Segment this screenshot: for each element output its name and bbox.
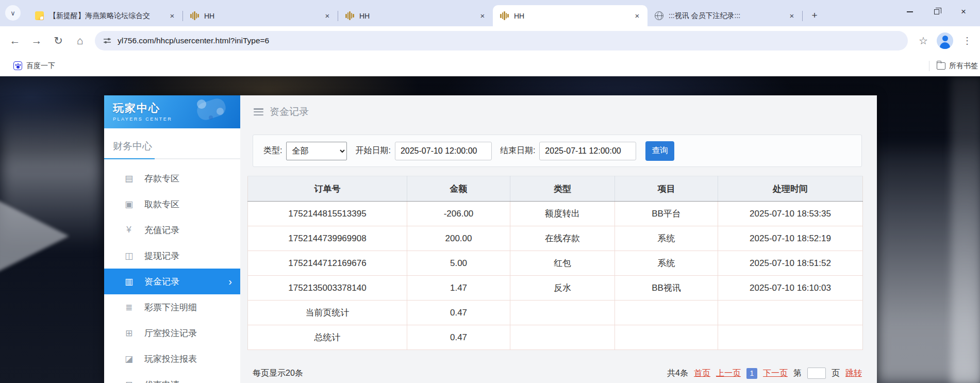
pagination-bar: 每页显示20条 共4条 首页 上一页 1 下一页 第 页 跳转 bbox=[253, 368, 862, 379]
baidu-icon bbox=[13, 61, 22, 70]
money-bag-icon: ¥ bbox=[123, 225, 135, 235]
back-button[interactable]: ← bbox=[4, 30, 26, 52]
url-text[interactable]: yl756.com/hhcp/usercenter.html?iniType=6 bbox=[118, 36, 269, 45]
close-icon[interactable]: × bbox=[167, 11, 177, 21]
sidebar-subtitle: PLAYERS CENTER bbox=[113, 116, 240, 122]
folder-icon bbox=[937, 62, 945, 70]
background-streak bbox=[951, 76, 980, 383]
tab-title: HH bbox=[514, 12, 629, 20]
sidebar-item-withdrawal-records[interactable]: ◫ 提现记录 bbox=[104, 243, 240, 269]
restore-icon bbox=[934, 9, 939, 14]
column-header-type: 类型 bbox=[510, 176, 615, 202]
prev-page-link[interactable]: 上一页 bbox=[716, 368, 741, 379]
window-restore-button[interactable] bbox=[923, 0, 950, 24]
next-page-link[interactable]: 下一页 bbox=[763, 368, 788, 379]
jump-prefix-label: 第 bbox=[793, 368, 802, 379]
sidebar-item-fund-records[interactable]: ▥ 资金记录 › bbox=[104, 269, 240, 294]
amount-cell: 0.47 bbox=[407, 301, 510, 325]
table-row: 1752144712169676 5.00 红包 系统 2025-07-10 1… bbox=[248, 251, 863, 276]
label-cell: 总统计 bbox=[248, 325, 407, 350]
fund-records-table: 订单号 金额 类型 项目 处理时间 1752144815513395 -206.… bbox=[247, 176, 863, 350]
tab-forum[interactable]: 【新提醒】海燕策略论坛综合交 × bbox=[28, 5, 182, 26]
amount-cell: 0.47 bbox=[407, 325, 510, 350]
window-minimize-button[interactable] bbox=[896, 0, 923, 24]
reload-button[interactable]: ↻ bbox=[47, 30, 69, 52]
tab-hh-2[interactable]: HH × bbox=[338, 5, 493, 26]
end-date-input[interactable] bbox=[539, 142, 636, 160]
jump-link[interactable]: 跳转 bbox=[845, 368, 862, 379]
sidebar-item-deposit-zone[interactable]: ▤ 存款专区 bbox=[104, 165, 240, 191]
close-icon[interactable]: × bbox=[787, 11, 797, 21]
column-header-time: 处理时间 bbox=[718, 176, 863, 202]
item-cell: 系统 bbox=[615, 226, 718, 251]
report-chart-icon: ◪ bbox=[123, 354, 135, 364]
browser-toolbar: ← → ↻ ⌂ yl756.com/hhcp/usercenter.html?i… bbox=[0, 26, 980, 55]
end-date-label: 结束日期: bbox=[500, 145, 535, 156]
site-settings-icon[interactable] bbox=[103, 37, 111, 45]
address-bar[interactable]: yl756.com/hhcp/usercenter.html?iniType=6 bbox=[95, 31, 908, 51]
content-header: 资金记录 bbox=[240, 95, 877, 128]
sidebar-title: 玩家中心 bbox=[113, 101, 240, 115]
gold-wave-icon bbox=[345, 11, 354, 20]
forward-button[interactable]: → bbox=[26, 30, 47, 52]
column-header-item: 项目 bbox=[615, 176, 718, 202]
item-cell: BB平台 bbox=[615, 202, 718, 226]
sidebar-item-player-bet-report[interactable]: ◪ 玩家投注报表 bbox=[104, 346, 240, 372]
tab-hh-active[interactable]: HH × bbox=[493, 5, 647, 26]
close-icon[interactable]: × bbox=[632, 11, 642, 21]
time-cell: 2025-07-10 18:51:52 bbox=[718, 251, 863, 276]
home-button[interactable]: ⌂ bbox=[69, 30, 91, 52]
search-button[interactable]: 查询 bbox=[645, 141, 674, 161]
time-cell: 2025-07-10 18:52:19 bbox=[718, 226, 863, 251]
tab-title: :::视讯 会员下注纪录::: bbox=[669, 11, 784, 21]
bookmark-star-icon[interactable]: ☆ bbox=[913, 30, 934, 51]
profile-avatar[interactable] bbox=[937, 32, 953, 49]
funds-icon: ▥ bbox=[123, 276, 135, 287]
new-tab-button[interactable]: + bbox=[807, 8, 822, 23]
table-row: 1752135003378140 1.47 反水 BB视讯 2025-07-10… bbox=[248, 276, 863, 301]
close-icon[interactable]: × bbox=[477, 11, 488, 21]
time-cell: 2025-07-10 16:10:03 bbox=[718, 276, 863, 301]
bookmark-baidu[interactable]: 百度一下 bbox=[13, 61, 55, 71]
amount-cell: 1.47 bbox=[407, 276, 510, 301]
amount-cell: -206.00 bbox=[407, 202, 510, 226]
start-date-input[interactable] bbox=[395, 142, 492, 160]
chevron-down-icon: ∨ bbox=[10, 9, 15, 17]
sidebar-item-hall-bet-records[interactable]: ⊞ 厅室投注记录 bbox=[104, 320, 240, 346]
item-cell: BB视讯 bbox=[615, 276, 718, 301]
browser-menu-icon[interactable]: ⋮ bbox=[958, 32, 976, 49]
tab-search-button[interactable]: ∨ bbox=[5, 5, 21, 21]
sidebar-item-recharge-records[interactable]: ¥ 充值记录 bbox=[104, 217, 240, 243]
start-date-label: 开始日期: bbox=[355, 145, 390, 156]
type-cell: 额度转出 bbox=[510, 202, 615, 226]
page-size-label: 每页显示20条 bbox=[253, 368, 303, 379]
wallet-icon: ◫ bbox=[123, 251, 135, 261]
globe-icon bbox=[655, 11, 663, 20]
close-icon[interactable]: × bbox=[322, 11, 333, 21]
tab-hh-1[interactable]: HH × bbox=[183, 5, 338, 26]
gold-wave-icon bbox=[500, 11, 509, 20]
jump-page-input[interactable] bbox=[807, 368, 826, 379]
withdraw-hand-icon: ▣ bbox=[123, 199, 135, 210]
sidebar-item-promo-apply[interactable]: ⊠ 优惠申请 bbox=[104, 372, 240, 383]
list-icon: ≣ bbox=[123, 302, 135, 313]
first-page-link[interactable]: 首页 bbox=[694, 368, 710, 379]
sidebar-item-lottery-bet-details[interactable]: ≣ 彩票下注明细 bbox=[104, 294, 240, 320]
browser-tab-bar: ∨ 【新提醒】海燕策略论坛综合交 × HH × HH × HH × :::视讯 … bbox=[0, 0, 980, 26]
tab-video-records[interactable]: :::视讯 会员下注纪录::: × bbox=[647, 5, 802, 26]
window-close-button[interactable]: × bbox=[950, 0, 977, 24]
bookmarks-separator bbox=[929, 61, 929, 71]
sidebar-item-withdraw-zone[interactable]: ▣ 取款专区 bbox=[104, 191, 240, 217]
player-center-card: 玩家中心 PLAYERS CENTER 财务中心 ▤ 存款专区 ▣ 取款专区 ¥… bbox=[104, 95, 877, 383]
sidebar-divider bbox=[104, 158, 240, 159]
time-cell: 2025-07-10 18:53:35 bbox=[718, 202, 863, 226]
current-page-badge[interactable]: 1 bbox=[746, 368, 757, 379]
column-header-amount: 金额 bbox=[407, 176, 510, 202]
total-count-label: 共4条 bbox=[667, 368, 688, 379]
type-select[interactable]: 全部 bbox=[286, 142, 347, 160]
amount-cell: 200.00 bbox=[407, 226, 510, 251]
sidebar-section-title: 财务中心 bbox=[104, 128, 240, 158]
order-cell: 1752144712169676 bbox=[248, 251, 407, 276]
order-cell: 1752144815513395 bbox=[248, 202, 407, 226]
all-bookmarks-button[interactable]: 所有书签 bbox=[949, 61, 978, 71]
